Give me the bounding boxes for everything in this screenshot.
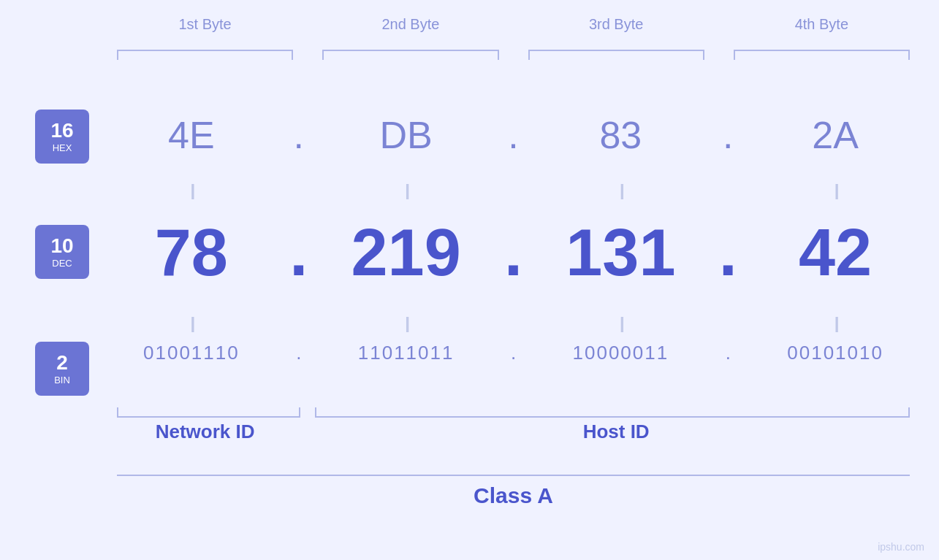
- columns-area: 1st Byte 2nd Byte 3rd Byte 4th Byte 4E .…: [102, 0, 924, 560]
- dec-byte1: 78: [102, 215, 281, 291]
- network-bracket: [117, 407, 300, 418]
- byte2-header: 2nd Byte: [308, 16, 513, 33]
- hex-dot3: .: [710, 113, 746, 157]
- equals-8: ||: [746, 314, 924, 333]
- equals-2: ||: [317, 181, 495, 200]
- bin-badge-label: BIN: [54, 375, 70, 386]
- dec-byte2: 219: [317, 215, 495, 291]
- bin-byte2: 11011011: [317, 342, 495, 364]
- bin-byte3: 10000011: [532, 342, 710, 364]
- dec-byte4: 42: [746, 215, 924, 291]
- hex-dot2: .: [495, 113, 532, 157]
- host-bracket: [315, 407, 910, 418]
- dec-badge-number: 10: [50, 236, 73, 256]
- hex-byte3: 83: [532, 113, 710, 157]
- byte3-header: 3rd Byte: [514, 16, 719, 33]
- watermark: ipshu.com: [878, 541, 924, 553]
- equals-3: ||: [532, 181, 710, 200]
- equals-1: ||: [102, 181, 281, 200]
- host-id-label: Host ID: [308, 421, 924, 443]
- hex-row: 4E . DB . 83 . 2A: [102, 113, 924, 157]
- byte1-header: 1st Byte: [102, 16, 308, 33]
- dec-row: 78 . 219 . 131 . 42: [102, 215, 924, 291]
- equals-row-bottom: || || || ||: [102, 314, 924, 333]
- bracket-4: [734, 50, 910, 60]
- bin-badge: 2 BIN: [35, 342, 89, 396]
- hex-badge-number: 16: [50, 120, 73, 141]
- hex-byte1: 4E: [102, 113, 281, 157]
- class-a-line: [117, 475, 910, 476]
- equals-row-top: || || || ||: [102, 181, 924, 200]
- dec-byte3: 131: [532, 215, 710, 291]
- equals-4: ||: [746, 181, 924, 200]
- dec-dot2: .: [495, 215, 532, 291]
- bracket-2: [322, 50, 498, 60]
- hex-byte2: DB: [317, 113, 495, 157]
- dec-badge-label: DEC: [52, 258, 72, 269]
- bin-row: 01001110 . 11011011 . 10000011 . 0010101…: [102, 342, 924, 364]
- byte-headers: 1st Byte 2nd Byte 3rd Byte 4th Byte: [102, 16, 924, 33]
- main-container: 16 HEX 10 DEC 2 BIN 1st Byte 2nd Byte 3r…: [0, 0, 939, 560]
- bin-dot3: .: [710, 342, 746, 364]
- network-id-label: Network ID: [102, 421, 308, 443]
- dec-dot1: .: [281, 215, 317, 291]
- class-a-label: Class A: [102, 483, 924, 508]
- hex-badge-label: HEX: [53, 142, 72, 153]
- hex-byte4: 2A: [746, 113, 924, 157]
- bin-byte4: 00101010: [746, 342, 924, 364]
- equals-5: ||: [102, 314, 281, 333]
- equals-7: ||: [532, 314, 710, 333]
- hex-dot1: .: [281, 113, 317, 157]
- bin-dot1: .: [281, 342, 317, 364]
- top-brackets: [102, 50, 924, 60]
- equals-6: ||: [317, 314, 495, 333]
- bin-badge-number: 2: [56, 353, 68, 373]
- hex-badge: 16 HEX: [35, 110, 89, 164]
- dec-dot3: .: [710, 215, 746, 291]
- bin-byte1: 01001110: [102, 342, 281, 364]
- byte4-header: 4th Byte: [719, 16, 924, 33]
- bracket-1: [117, 50, 293, 60]
- dec-badge: 10 DEC: [35, 225, 89, 279]
- bin-dot2: .: [495, 342, 532, 364]
- bracket-3: [528, 50, 704, 60]
